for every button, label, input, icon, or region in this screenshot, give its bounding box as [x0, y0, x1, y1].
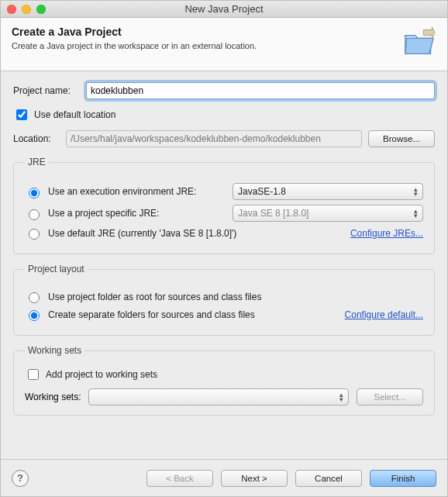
chevron-updown-icon: ▴▾ [414, 187, 418, 196]
wizard-body: Project name: Use default location Locat… [1, 71, 447, 459]
select-working-sets-button[interactable]: Select... [357, 388, 423, 406]
wizard-folder-icon [402, 26, 436, 60]
layout-root-label: Use project folder as root for sources a… [48, 292, 261, 302]
jre-specific-select: Java SE 8 [1.8.0] ▴▾ [233, 205, 423, 222]
working-sets-select: ▴▾ [88, 388, 349, 406]
finish-button[interactable]: Finish [370, 470, 436, 487]
chevron-updown-icon: ▴▾ [339, 392, 343, 402]
jre-env-value: JavaSE-1.8 [238, 186, 286, 197]
add-to-working-sets-label: Add project to working sets [46, 369, 157, 380]
use-default-location-checkbox[interactable] [16, 109, 27, 120]
location-label: Location: [13, 133, 60, 144]
add-to-working-sets-checkbox[interactable] [28, 369, 39, 380]
next-button[interactable]: Next > [221, 470, 288, 487]
location-input [66, 130, 362, 147]
browse-button[interactable]: Browse... [368, 130, 435, 147]
wizard-footer: ? < Back Next > Cancel Finish [1, 459, 447, 496]
working-sets-group: Working sets Add project to working sets… [13, 345, 435, 416]
window-controls [7, 5, 46, 14]
project-name-input[interactable] [86, 82, 435, 99]
working-sets-legend: Working sets [25, 345, 84, 356]
chevron-updown-icon: ▴▾ [414, 209, 418, 218]
close-icon[interactable] [7, 5, 16, 14]
working-sets-label: Working sets: [25, 392, 81, 402]
jre-env-select[interactable]: JavaSE-1.8 ▴▾ [233, 183, 423, 200]
jre-default-label: Use default JRE (currently 'Java SE 8 [1… [48, 228, 236, 239]
page-title: Create a Java Project [12, 26, 257, 38]
new-java-project-dialog: New Java Project Create a Java Project C… [0, 0, 448, 497]
project-layout-group: Project layout Use project folder as roo… [13, 264, 435, 336]
jre-env-label: Use an execution environment JRE: [48, 186, 226, 197]
layout-separate-radio[interactable] [29, 310, 40, 321]
minimize-icon[interactable] [22, 5, 31, 14]
cancel-button[interactable]: Cancel [295, 470, 362, 487]
jre-specific-label: Use a project specific JRE: [48, 208, 226, 219]
configure-default-link[interactable]: Configure default... [345, 309, 423, 320]
layout-legend: Project layout [25, 264, 88, 274]
jre-specific-radio[interactable] [29, 209, 40, 220]
zoom-icon[interactable] [36, 5, 46, 14]
window-title: New Java Project [1, 3, 447, 15]
jre-specific-value: Java SE 8 [1.8.0] [238, 208, 308, 219]
page-subtitle: Create a Java project in the workspace o… [12, 41, 257, 50]
use-default-location-label: Use default location [34, 109, 115, 120]
wizard-header: Create a Java Project Create a Java proj… [1, 18, 447, 71]
layout-separate-label: Create separate folders for sources and … [48, 309, 255, 320]
back-button[interactable]: < Back [146, 470, 213, 487]
layout-root-radio[interactable] [29, 292, 40, 303]
project-name-label: Project name: [13, 85, 80, 96]
configure-jres-link[interactable]: Configure JREs... [350, 228, 423, 239]
jre-group: JRE Use an execution environment JRE: Ja… [13, 157, 435, 254]
help-icon[interactable]: ? [12, 470, 29, 487]
jre-env-radio[interactable] [29, 188, 40, 198]
titlebar: New Java Project [1, 1, 447, 18]
jre-default-radio[interactable] [29, 229, 40, 240]
jre-legend: JRE [25, 157, 49, 167]
